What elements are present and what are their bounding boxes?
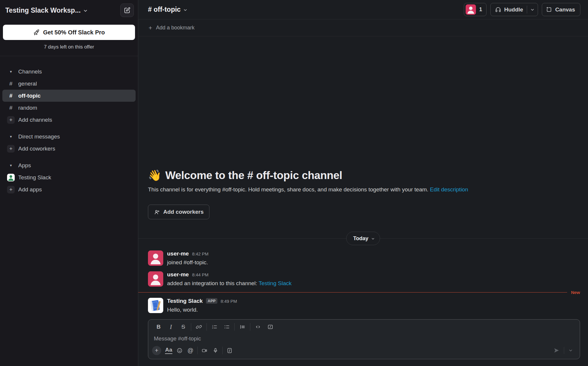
channel-label: general — [18, 81, 37, 87]
format-toggle-button[interactable]: Aa — [163, 345, 174, 355]
edit-description-link[interactable]: Edit description — [430, 186, 468, 193]
sidebar: Testing Slack Worksp... — [0, 0, 138, 366]
message-timestamp[interactable]: 8:49 PM — [221, 299, 237, 304]
sidebar-item-channel-general[interactable]: # general — [0, 78, 138, 90]
message-content: user-me 8:42 PM joined #off-topic. — [167, 250, 209, 266]
message-timestamp[interactable]: 8:44 PM — [192, 272, 209, 277]
message-row[interactable]: user-me 8:44 PM added an integration to … — [138, 268, 588, 289]
huddle-label: Huddle — [504, 6, 523, 13]
message-row[interactable]: user-me 8:42 PM joined #off-topic. — [138, 248, 588, 268]
avatar[interactable] — [148, 271, 163, 287]
code-block-button[interactable] — [264, 322, 276, 332]
divider — [206, 323, 207, 331]
section-header-apps[interactable]: ▾ Apps — [0, 159, 138, 171]
pro-offer-banner: Get 50% Off Slack Pro 7 days left on thi… — [0, 21, 138, 56]
welcome-title-text: Welcome to the # off-topic channel — [165, 169, 342, 182]
plus-icon: + — [7, 116, 15, 124]
schedule-send-button[interactable] — [566, 346, 575, 355]
divider — [197, 347, 198, 354]
channel-header: # off-topic 1 — [138, 0, 588, 19]
new-message-button[interactable] — [120, 4, 134, 17]
message-text-prefix: added an integration to this channel: — [167, 280, 259, 286]
message-author[interactable]: Testing Slack — [167, 298, 203, 304]
channel-title[interactable]: # off-topic — [148, 6, 187, 14]
chevron-down-icon — [83, 9, 88, 13]
header-actions: 1 Huddle — [464, 3, 580, 16]
bold-button[interactable]: B — [152, 322, 165, 332]
section-header-direct-messages[interactable]: ▾ Direct messages — [0, 131, 138, 143]
sidebar-item-app-testing-slack[interactable]: Testing Slack — [0, 171, 138, 183]
composer-actions: + Aa @ — [148, 345, 580, 359]
section-header-channels[interactable]: ▾ Channels — [0, 66, 138, 78]
formatting-toolbar: B I S 1 2 — [148, 320, 580, 334]
message-composer: B I S 1 2 — [148, 319, 580, 359]
message-content: Testing Slack APP 8:49 PM Hello, world. — [167, 298, 237, 313]
huddle-button[interactable]: Huddle — [491, 6, 527, 13]
audio-clip-button[interactable] — [210, 345, 221, 355]
send-button[interactable] — [551, 346, 562, 355]
wave-emoji-icon: 👋 — [148, 169, 161, 182]
canvas-label: Canvas — [555, 6, 575, 13]
integration-link[interactable]: Testing Slack — [259, 280, 291, 286]
date-divider-button[interactable]: Today — [346, 232, 380, 245]
app-badge: APP — [206, 298, 217, 304]
welcome-title: 👋 Welcome to the # off-topic channel — [148, 169, 578, 182]
message-author[interactable]: user-me — [167, 250, 189, 257]
avatar[interactable] — [148, 250, 163, 266]
new-messages-line — [138, 292, 567, 293]
slash-commands-button[interactable] — [224, 345, 235, 355]
divider — [250, 323, 250, 331]
add-channels-button[interactable]: + Add channels — [0, 114, 138, 126]
video-clip-button[interactable] — [199, 345, 210, 355]
add-coworkers-label: Add coworkers — [18, 146, 55, 152]
svg-text:2: 2 — [212, 327, 213, 329]
send-group — [551, 346, 575, 355]
divider — [222, 347, 223, 354]
message-input[interactable]: Message #off-topic — [148, 334, 580, 345]
add-coworkers-button[interactable]: Add coworkers — [148, 205, 209, 219]
caret-down-icon: ▾ — [7, 68, 15, 76]
plus-icon: + — [7, 145, 15, 153]
sidebar-item-channel-random[interactable]: # random — [0, 102, 138, 114]
add-coworkers-button-label: Add coworkers — [163, 209, 204, 215]
message-text: joined #off-topic. — [167, 259, 209, 266]
section-label: Channels — [18, 68, 42, 75]
message-content: user-me 8:44 PM added an integration to … — [167, 271, 291, 287]
message-row[interactable]: Testing Slack APP 8:49 PM Hello, world. — [138, 295, 588, 316]
add-channels-label: Add channels — [18, 117, 52, 123]
link-button[interactable] — [193, 322, 205, 332]
huddle-options-button[interactable] — [527, 8, 538, 12]
workspace-switcher[interactable]: Testing Slack Worksp... — [5, 6, 88, 14]
strikethrough-button[interactable]: S — [177, 322, 189, 332]
chevron-down-icon — [183, 8, 187, 12]
emoji-button[interactable] — [174, 345, 185, 355]
sidebar-item-channel-off-topic[interactable]: # off-topic — [2, 90, 136, 102]
mention-button[interactable]: @ — [185, 345, 196, 355]
hash-icon: # — [7, 80, 15, 88]
member-count-button[interactable]: 1 — [464, 3, 487, 16]
channel-label: random — [18, 105, 37, 111]
member-avatar — [466, 4, 476, 15]
app-avatar[interactable] — [148, 298, 163, 313]
message-stream: 👋 Welcome to the # off-topic channel Thi… — [138, 36, 588, 316]
italic-button[interactable]: I — [165, 322, 177, 332]
main-content: # off-topic 1 — [138, 0, 588, 366]
bullet-list-button[interactable] — [221, 322, 233, 332]
attach-button[interactable]: + — [152, 346, 161, 355]
headphones-icon — [495, 6, 501, 13]
code-button[interactable] — [252, 322, 264, 332]
format-aa-icon: Aa — [165, 347, 172, 354]
hash-icon: # — [7, 92, 15, 100]
message-author[interactable]: user-me — [167, 271, 189, 278]
composer-area: B I S 1 2 — [138, 316, 588, 366]
new-messages-divider: New — [138, 290, 588, 295]
message-timestamp[interactable]: 8:42 PM — [192, 251, 209, 256]
add-bookmark-button[interactable]: + Add a bookmark — [138, 19, 588, 36]
ordered-list-button[interactable]: 1 2 — [208, 322, 221, 332]
canvas-button[interactable]: Canvas — [542, 3, 580, 16]
upgrade-pro-button[interactable]: Get 50% Off Slack Pro — [3, 25, 135, 40]
add-coworkers-sidebar-button[interactable]: + Add coworkers — [0, 143, 138, 155]
channel-welcome: 👋 Welcome to the # off-topic channel Thi… — [138, 169, 588, 232]
blockquote-button[interactable] — [236, 322, 249, 332]
add-apps-button[interactable]: + Add apps — [0, 183, 138, 195]
